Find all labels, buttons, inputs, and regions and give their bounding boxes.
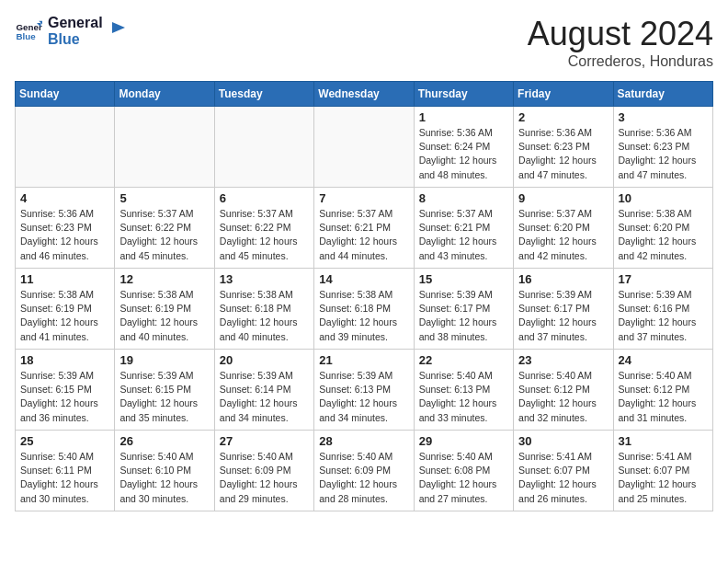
day-info: Sunrise: 5:40 AMSunset: 6:09 PMDaylight:… bbox=[319, 450, 408, 506]
day-number: 13 bbox=[220, 272, 309, 286]
svg-text:Blue: Blue bbox=[17, 31, 37, 41]
day-info: Sunrise: 5:40 AMSunset: 6:08 PMDaylight:… bbox=[419, 450, 508, 506]
weekday-header-wednesday: Wednesday bbox=[314, 82, 414, 107]
title-block: August 2024 Correderos, Honduras bbox=[528, 15, 713, 70]
day-info: Sunrise: 5:37 AMSunset: 6:21 PMDaylight:… bbox=[419, 207, 508, 263]
calendar-cell: 11Sunrise: 5:38 AMSunset: 6:19 PMDayligh… bbox=[16, 269, 115, 350]
day-info: Sunrise: 5:39 AMSunset: 6:15 PMDaylight:… bbox=[119, 369, 209, 425]
calendar-cell: 1Sunrise: 5:36 AMSunset: 6:24 PMDaylight… bbox=[414, 107, 513, 188]
logo-general-text: General bbox=[48, 15, 103, 31]
day-number: 20 bbox=[220, 353, 309, 367]
day-info: Sunrise: 5:39 AMSunset: 6:16 PMDaylight:… bbox=[619, 288, 708, 344]
day-number: 11 bbox=[20, 272, 109, 286]
weekday-header-monday: Monday bbox=[115, 82, 214, 107]
calendar-cell: 6Sunrise: 5:37 AMSunset: 6:22 PMDaylight… bbox=[214, 188, 313, 269]
calendar-cell: 22Sunrise: 5:40 AMSunset: 6:13 PMDayligh… bbox=[414, 350, 513, 431]
calendar-cell: 2Sunrise: 5:36 AMSunset: 6:23 PMDaylight… bbox=[514, 107, 613, 188]
calendar-table: SundayMondayTuesdayWednesdayThursdayFrid… bbox=[15, 81, 713, 511]
day-info: Sunrise: 5:36 AMSunset: 6:23 PMDaylight:… bbox=[20, 207, 109, 263]
week-row-5: 25Sunrise: 5:40 AMSunset: 6:11 PMDayligh… bbox=[16, 431, 713, 511]
week-row-1: 1Sunrise: 5:36 AMSunset: 6:24 PMDaylight… bbox=[16, 107, 713, 188]
day-number: 7 bbox=[319, 191, 408, 205]
day-info: Sunrise: 5:40 AMSunset: 6:11 PMDaylight:… bbox=[20, 450, 109, 506]
calendar-cell: 8Sunrise: 5:37 AMSunset: 6:21 PMDaylight… bbox=[414, 188, 513, 269]
day-number: 8 bbox=[419, 191, 508, 205]
day-number: 21 bbox=[319, 353, 408, 367]
calendar-cell: 27Sunrise: 5:40 AMSunset: 6:09 PMDayligh… bbox=[214, 431, 313, 511]
day-info: Sunrise: 5:40 AMSunset: 6:09 PMDaylight:… bbox=[220, 450, 309, 506]
calendar-cell: 9Sunrise: 5:37 AMSunset: 6:20 PMDaylight… bbox=[514, 188, 613, 269]
calendar-cell: 18Sunrise: 5:39 AMSunset: 6:15 PMDayligh… bbox=[16, 350, 115, 431]
weekday-header-thursday: Thursday bbox=[414, 82, 513, 107]
day-number: 24 bbox=[619, 353, 708, 367]
logo-icon: General Blue bbox=[15, 17, 42, 45]
day-number: 28 bbox=[319, 434, 408, 448]
calendar-cell: 24Sunrise: 5:40 AMSunset: 6:12 PMDayligh… bbox=[613, 350, 712, 431]
calendar-cell: 10Sunrise: 5:38 AMSunset: 6:20 PMDayligh… bbox=[613, 188, 712, 269]
day-info: Sunrise: 5:38 AMSunset: 6:18 PMDaylight:… bbox=[319, 288, 408, 344]
weekday-header-tuesday: Tuesday bbox=[214, 82, 313, 107]
day-info: Sunrise: 5:37 AMSunset: 6:22 PMDaylight:… bbox=[119, 207, 209, 263]
calendar-cell: 13Sunrise: 5:38 AMSunset: 6:18 PMDayligh… bbox=[214, 269, 313, 350]
calendar-cell: 4Sunrise: 5:36 AMSunset: 6:23 PMDaylight… bbox=[16, 188, 115, 269]
calendar-cell: 14Sunrise: 5:38 AMSunset: 6:18 PMDayligh… bbox=[314, 269, 414, 350]
calendar-cell bbox=[314, 107, 414, 188]
calendar-cell: 5Sunrise: 5:37 AMSunset: 6:22 PMDaylight… bbox=[115, 188, 214, 269]
weekday-header-row: SundayMondayTuesdayWednesdayThursdayFrid… bbox=[16, 82, 713, 107]
day-number: 10 bbox=[619, 191, 708, 205]
week-row-4: 18Sunrise: 5:39 AMSunset: 6:15 PMDayligh… bbox=[16, 350, 713, 431]
calendar-cell: 16Sunrise: 5:39 AMSunset: 6:17 PMDayligh… bbox=[514, 269, 613, 350]
day-info: Sunrise: 5:40 AMSunset: 6:13 PMDaylight:… bbox=[419, 369, 508, 425]
day-info: Sunrise: 5:37 AMSunset: 6:20 PMDaylight:… bbox=[518, 207, 608, 263]
day-number: 26 bbox=[119, 434, 209, 448]
day-number: 4 bbox=[20, 191, 109, 205]
weekday-header-friday: Friday bbox=[514, 82, 613, 107]
calendar-cell: 12Sunrise: 5:38 AMSunset: 6:19 PMDayligh… bbox=[115, 269, 214, 350]
calendar-cell: 25Sunrise: 5:40 AMSunset: 6:11 PMDayligh… bbox=[16, 431, 115, 511]
day-number: 6 bbox=[220, 191, 309, 205]
calendar-cell: 21Sunrise: 5:39 AMSunset: 6:13 PMDayligh… bbox=[314, 350, 414, 431]
day-number: 18 bbox=[20, 353, 109, 367]
week-row-3: 11Sunrise: 5:38 AMSunset: 6:19 PMDayligh… bbox=[16, 269, 713, 350]
weekday-header-sunday: Sunday bbox=[16, 82, 115, 107]
calendar-cell: 23Sunrise: 5:40 AMSunset: 6:12 PMDayligh… bbox=[514, 350, 613, 431]
week-row-2: 4Sunrise: 5:36 AMSunset: 6:23 PMDaylight… bbox=[16, 188, 713, 269]
logo: General Blue General Blue bbox=[15, 15, 127, 47]
day-info: Sunrise: 5:38 AMSunset: 6:19 PMDaylight:… bbox=[119, 288, 209, 344]
day-info: Sunrise: 5:36 AMSunset: 6:23 PMDaylight:… bbox=[619, 126, 708, 182]
day-number: 25 bbox=[20, 434, 109, 448]
weekday-header-saturday: Saturday bbox=[613, 82, 712, 107]
day-number: 17 bbox=[619, 272, 708, 286]
day-number: 2 bbox=[518, 110, 608, 124]
day-info: Sunrise: 5:38 AMSunset: 6:18 PMDaylight:… bbox=[220, 288, 309, 344]
calendar-cell bbox=[115, 107, 214, 188]
day-info: Sunrise: 5:38 AMSunset: 6:19 PMDaylight:… bbox=[20, 288, 109, 344]
logo-blue-text: Blue bbox=[48, 31, 103, 48]
day-info: Sunrise: 5:39 AMSunset: 6:15 PMDaylight:… bbox=[20, 369, 109, 425]
day-info: Sunrise: 5:36 AMSunset: 6:23 PMDaylight:… bbox=[518, 126, 608, 182]
day-number: 3 bbox=[619, 110, 708, 124]
day-number: 9 bbox=[518, 191, 608, 205]
day-info: Sunrise: 5:36 AMSunset: 6:24 PMDaylight:… bbox=[419, 126, 508, 182]
day-number: 5 bbox=[119, 191, 209, 205]
day-info: Sunrise: 5:39 AMSunset: 6:17 PMDaylight:… bbox=[419, 288, 508, 344]
day-info: Sunrise: 5:38 AMSunset: 6:20 PMDaylight:… bbox=[619, 207, 708, 263]
day-number: 22 bbox=[419, 353, 508, 367]
day-info: Sunrise: 5:41 AMSunset: 6:07 PMDaylight:… bbox=[518, 450, 608, 506]
calendar-cell: 3Sunrise: 5:36 AMSunset: 6:23 PMDaylight… bbox=[613, 107, 712, 188]
day-info: Sunrise: 5:37 AMSunset: 6:21 PMDaylight:… bbox=[319, 207, 408, 263]
day-info: Sunrise: 5:40 AMSunset: 6:12 PMDaylight:… bbox=[518, 369, 608, 425]
svg-marker-5 bbox=[112, 22, 125, 33]
day-info: Sunrise: 5:40 AMSunset: 6:10 PMDaylight:… bbox=[119, 450, 209, 506]
calendar-cell: 17Sunrise: 5:39 AMSunset: 6:16 PMDayligh… bbox=[613, 269, 712, 350]
calendar-cell: 20Sunrise: 5:39 AMSunset: 6:14 PMDayligh… bbox=[214, 350, 313, 431]
calendar-cell bbox=[214, 107, 313, 188]
day-number: 14 bbox=[319, 272, 408, 286]
day-number: 29 bbox=[419, 434, 508, 448]
day-info: Sunrise: 5:39 AMSunset: 6:14 PMDaylight:… bbox=[220, 369, 309, 425]
calendar-cell: 19Sunrise: 5:39 AMSunset: 6:15 PMDayligh… bbox=[115, 350, 214, 431]
day-number: 30 bbox=[518, 434, 608, 448]
day-number: 1 bbox=[419, 110, 508, 124]
calendar-cell: 7Sunrise: 5:37 AMSunset: 6:21 PMDaylight… bbox=[314, 188, 414, 269]
day-info: Sunrise: 5:37 AMSunset: 6:22 PMDaylight:… bbox=[220, 207, 309, 263]
